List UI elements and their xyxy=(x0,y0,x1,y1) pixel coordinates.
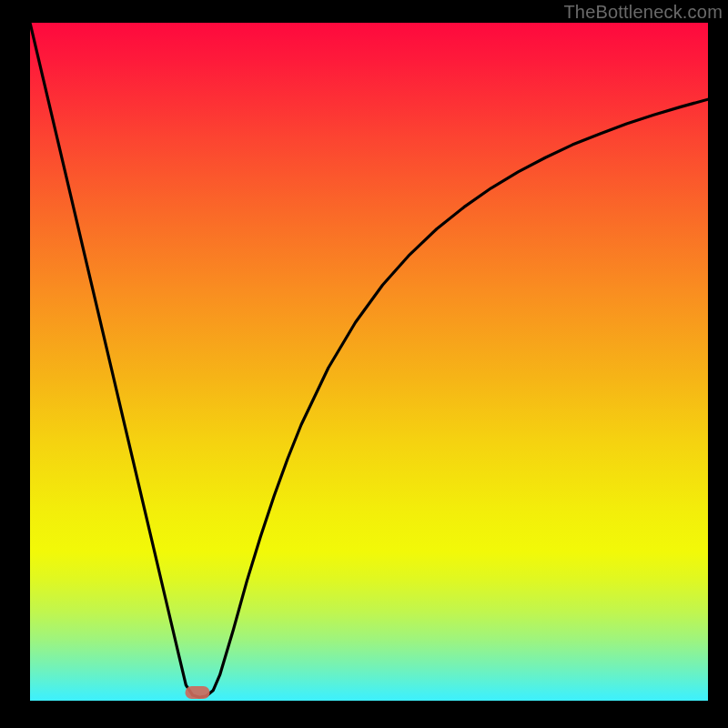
plot-area xyxy=(30,23,708,701)
watermark-text: TheBottleneck.com xyxy=(563,2,723,23)
chart-frame: TheBottleneck.com xyxy=(0,0,728,728)
bottleneck-curve xyxy=(30,23,708,701)
optimal-point-marker xyxy=(186,686,210,699)
